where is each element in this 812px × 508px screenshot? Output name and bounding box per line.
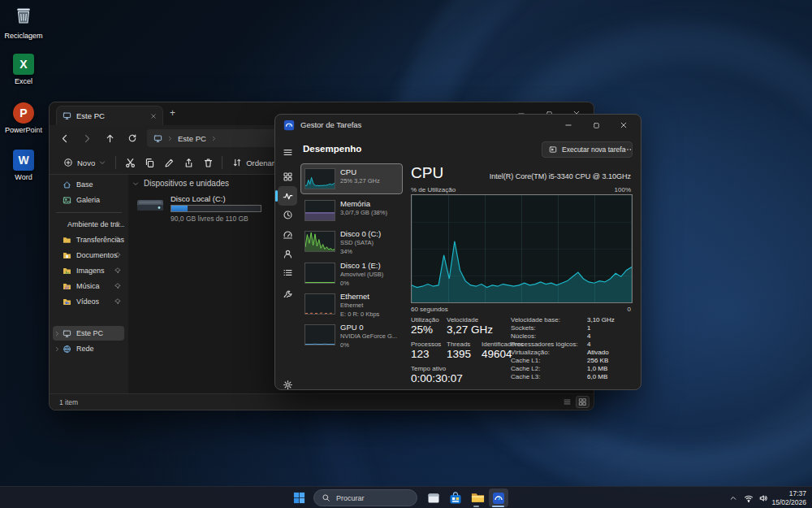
processes-tab[interactable]: [278, 167, 297, 186]
sidebar-item-home[interactable]: Base: [53, 177, 124, 192]
disk0-mini-graph: [304, 231, 335, 252]
app-window-icon: [427, 492, 440, 505]
explorer-tab-este-pc[interactable]: Este PC: [56, 106, 163, 125]
startup-apps-tab[interactable]: [278, 224, 297, 244]
desktop-icon-recycle-bin[interactable]: Reciclagem: [0, 5, 47, 40]
powerpoint-icon: P: [13, 102, 34, 124]
active-app-indicator: [492, 506, 504, 508]
run-task-icon: [549, 145, 557, 154]
tab-close-icon[interactable]: [150, 113, 157, 119]
refresh-button[interactable]: [123, 129, 142, 147]
search-icon: [322, 493, 330, 502]
stat-label: Threads: [447, 341, 470, 348]
taskbar-file-explorer[interactable]: [468, 488, 487, 507]
plus-circle-icon: [63, 158, 73, 167]
sidebar-item-network[interactable]: Rede: [53, 341, 124, 356]
copy-button[interactable]: [140, 154, 159, 172]
speaker-icon: [758, 493, 768, 503]
task-manager-window: Gestor de Tarefas Desempenho Executar no…: [274, 114, 641, 390]
taskbar-task-manager[interactable]: [489, 488, 508, 507]
cpu-mini-graph: [304, 168, 335, 189]
perf-item-sub: 25% 3,27 GHz: [340, 177, 380, 185]
perf-item-sub2: 34%: [340, 248, 352, 255]
taskman-title: Gestor de Tarefas: [300, 120, 361, 129]
app-history-tab[interactable]: [278, 205, 297, 224]
forward-button[interactable]: [77, 129, 97, 147]
more-options-button[interactable]: [620, 141, 636, 158]
chevron-right-icon: [167, 136, 173, 141]
perf-item-sub: Ethernet: [340, 302, 363, 309]
section-devices-and-drives[interactable]: Dispositivos e unidades: [132, 179, 229, 188]
minimize-button[interactable]: [555, 115, 582, 136]
pin-icon: [114, 298, 121, 305]
close-button[interactable]: [610, 115, 637, 136]
taskbar-clock[interactable]: 17:37 15/02/2026: [771, 489, 806, 506]
perf-item-title: CPU: [340, 167, 356, 176]
icons-view-button[interactable]: [576, 396, 590, 408]
drive-name: Disco Local (C:): [171, 194, 226, 203]
sidebar-item-pictures[interactable]: Imagens: [53, 263, 124, 278]
pin-icon: [114, 267, 121, 274]
drive-usage-bar: [171, 205, 261, 212]
desktop-icon-label: Reciclagem: [0, 32, 47, 40]
tray-show-hidden-icons[interactable]: [729, 487, 737, 508]
maximize-button[interactable]: [582, 115, 610, 136]
sort-button-label: Ordenar: [246, 158, 274, 167]
graph-axis-top-right: 100%: [615, 186, 631, 193]
menu-button[interactable]: [278, 142, 297, 162]
start-button[interactable]: [289, 488, 309, 507]
perf-item-sub: SSD (SATA): [340, 239, 374, 246]
sidebar-item-gallery[interactable]: Galeria: [53, 193, 124, 207]
sidebar-item-this-pc[interactable]: Este PC: [53, 326, 124, 341]
breadcrumb-root[interactable]: Este PC: [178, 134, 206, 143]
sidebar-item-label: Imagens: [76, 267, 105, 275]
ellipsis-icon: [623, 145, 633, 154]
tray-network[interactable]: [744, 487, 754, 508]
rename-button[interactable]: [159, 154, 179, 172]
details-tab[interactable]: [278, 263, 297, 282]
details-view-button[interactable]: [560, 396, 574, 408]
detail-label: Cache L3:: [511, 373, 587, 380]
sort-button[interactable]: Ordenar: [227, 154, 280, 172]
desktop-icon-word[interactable]: W Word: [0, 150, 47, 181]
sidebar-item-downloads[interactable]: Transferências: [53, 232, 124, 247]
settings-icon[interactable]: [278, 375, 297, 394]
taskbar: Procurar 17:37: [0, 486, 812, 508]
sort-icon: [232, 158, 242, 167]
word-icon: W: [13, 150, 34, 171]
detail-value: 1,0 MB: [587, 365, 636, 372]
sidebar-item-videos[interactable]: Vídeos: [53, 294, 124, 309]
performance-tab[interactable]: [278, 186, 297, 206]
chevron-down-icon: [132, 180, 139, 187]
services-tab[interactable]: [278, 282, 297, 302]
back-button[interactable]: [54, 129, 74, 147]
perf-item-sub2: 0%: [340, 280, 349, 287]
users-tab[interactable]: [278, 244, 297, 263]
clock-time: 17:37: [771, 489, 806, 498]
detail-value: 6,0 MB: [587, 373, 636, 380]
desktop-icon-excel[interactable]: X Excel: [0, 54, 47, 85]
stat-value: 1395: [447, 348, 471, 360]
new-button[interactable]: Novo: [58, 154, 111, 172]
up-button[interactable]: [100, 129, 119, 147]
delete-button[interactable]: [198, 154, 218, 172]
section-header-label: Dispositivos e unidades: [144, 179, 229, 188]
taskbar-store[interactable]: [446, 488, 465, 507]
sidebar-item-music[interactable]: Música: [53, 279, 124, 293]
taskman-title-bar[interactable]: Gestor de Tarefas: [275, 115, 641, 136]
wifi-icon: [744, 493, 754, 503]
sidebar-item-desktop[interactable]: Ambiente de tra...: [53, 217, 124, 232]
pin-icon: [114, 283, 121, 289]
computer-icon: [63, 329, 71, 338]
sidebar-item-documents[interactable]: Documentos: [53, 248, 124, 263]
cut-button[interactable]: [120, 154, 140, 172]
taskbar-search[interactable]: Procurar: [313, 489, 417, 506]
sidebar-item-label: Documentos: [76, 251, 118, 259]
share-button[interactable]: [179, 154, 198, 172]
taskbar-app-window[interactable]: [424, 488, 443, 507]
desktop-icon-powerpoint[interactable]: P PowerPoint: [0, 102, 47, 134]
downloads-folder-icon: [63, 236, 71, 245]
new-tab-button[interactable]: +: [170, 108, 175, 118]
detail-row: Núcleos:4: [511, 332, 636, 340]
tray-volume[interactable]: [758, 487, 768, 508]
